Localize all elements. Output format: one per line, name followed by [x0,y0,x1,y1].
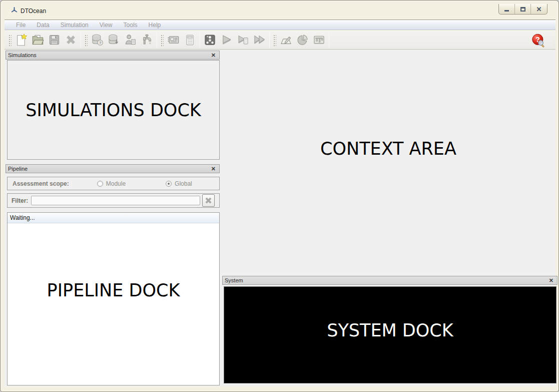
fast-forward-icon [253,33,266,47]
pipeline-tree[interactable]: Waiting... PIPELINE DOCK [7,212,220,385]
system-dock-placeholder: SYSTEM DOCK [327,320,453,340]
app-logo-icon [11,7,18,14]
close-button[interactable]: ✕ [531,4,547,14]
menu-tools[interactable]: Tools [118,21,143,30]
toolbar-gripper[interactable] [273,34,276,46]
user-data-button[interactable] [122,32,139,48]
database-query-button[interactable]: ? [89,32,106,48]
new-project-button[interactable] [13,32,30,48]
run-simulation-button[interactable] [218,32,235,48]
scope-radio-global[interactable]: Global [166,180,192,187]
save-icon [48,33,61,47]
workspace: Simulations ✕ SIMULATIONS DOCK Pipeline … [5,50,555,386]
system-dock-close-icon[interactable]: ✕ [547,278,555,283]
strategy-manager-button[interactable] [202,32,218,48]
run-module-button[interactable] [235,32,251,48]
user-document-icon [124,33,137,47]
pipeline-dock-titlebar[interactable]: Pipeline ✕ [6,164,220,173]
maximize-icon [520,7,525,12]
pipeline-dock-title: Pipeline [8,166,210,172]
simulations-dock-close-icon[interactable]: ✕ [210,53,217,58]
system-dock-titlebar[interactable]: System ✕ [222,276,557,285]
simulations-dock-title: Simulations [8,52,210,58]
close-icon: ✕ [536,6,542,13]
radio-selected-icon [166,181,172,187]
circuit-card-icon [167,33,180,47]
toolbar-gripper[interactable] [160,34,164,46]
pipeline-status-row[interactable]: Waiting... [8,213,219,223]
timeline-icon [312,33,326,47]
window-controls: ✕ [498,4,547,15]
filter-group: Filter: [7,193,220,208]
annotate-button[interactable] [278,32,294,48]
filter-clear-button[interactable] [202,194,215,207]
data-tap-button[interactable] [139,32,155,48]
pipeline-dock-placeholder: PIPELINE DOCK [47,280,180,300]
pipeline-dock-close-icon[interactable]: ✕ [210,166,217,172]
svg-text:?: ? [99,41,102,45]
open-project-button[interactable] [30,32,46,48]
context-area-placeholder: CONTEXT AREA [320,139,456,159]
pipeline-status-text: Waiting... [10,214,35,221]
assessment-scope-label: Assessment scope: [13,180,69,187]
calculator-icon [183,33,197,47]
close-cross-icon [64,33,78,47]
system-card-button[interactable] [165,32,182,48]
clear-cross-icon [204,196,213,205]
database-export-button[interactable] [106,32,122,48]
filter-label: Filter: [12,197,28,204]
menu-file[interactable]: File [11,21,31,30]
help-search-button[interactable]: ? [531,33,545,48]
pie-chart-button[interactable] [294,32,311,48]
menu-data[interactable]: Data [31,21,55,30]
toolbar-separator [200,33,200,48]
database-arrow-icon [107,33,121,47]
simulations-dock-placeholder: SIMULATIONS DOCK [26,100,201,120]
faucet-icon [140,33,154,47]
app-window: DTOcean ✕ File Data Simulation View Tool… [0,0,559,392]
timeline-button[interactable] [311,32,327,48]
system-dock-title: System [225,277,547,283]
help-icon: ? [531,33,545,48]
context-area: CONTEXT AREA [221,50,555,275]
toolbar-separator [269,33,270,48]
pencil-pad-icon [279,33,293,47]
toolbar-separator [329,33,329,48]
toolbar-separator [81,33,81,48]
radio-unselected-icon [97,181,103,187]
maximize-button[interactable] [515,4,531,14]
strategy-icon [203,33,217,47]
play-icon [220,33,233,47]
filter-input[interactable] [31,196,200,205]
toolbar-separator [157,33,157,48]
simulations-dock-body: SIMULATIONS DOCK [7,60,220,160]
scope-radio-module[interactable]: Module [97,180,126,187]
window-title: DTOcean [21,8,46,15]
folder-open-icon [31,33,45,47]
system-console[interactable]: SYSTEM DOCK [224,286,556,383]
menu-bar: File Data Simulation View Tools Help [5,20,555,30]
calculator-button[interactable] [182,32,198,48]
menu-view[interactable]: View [94,21,118,30]
new-document-icon [15,33,28,47]
title-bar[interactable]: DTOcean ✕ [1,1,558,19]
play-document-icon [236,33,250,47]
save-project-button[interactable] [46,32,63,48]
menu-help[interactable]: Help [143,21,167,30]
menu-simulation[interactable]: Simulation [55,21,94,30]
minimize-button[interactable] [499,4,515,14]
simulations-dock-titlebar[interactable]: Simulations ✕ [6,51,220,60]
toolbar-gripper[interactable] [84,34,88,46]
minimize-icon [504,10,509,12]
run-strategy-button[interactable] [251,32,268,48]
database-question-icon: ? [91,33,104,47]
scope-module-label: Module [106,180,126,187]
toolbar-gripper[interactable] [8,34,12,46]
tool-bar: ? [5,31,555,50]
scope-global-label: Global [175,180,192,187]
pie-chart-icon [296,33,309,47]
assessment-scope-group: Assessment scope: Module Global [7,177,220,190]
close-project-button[interactable] [63,32,79,48]
